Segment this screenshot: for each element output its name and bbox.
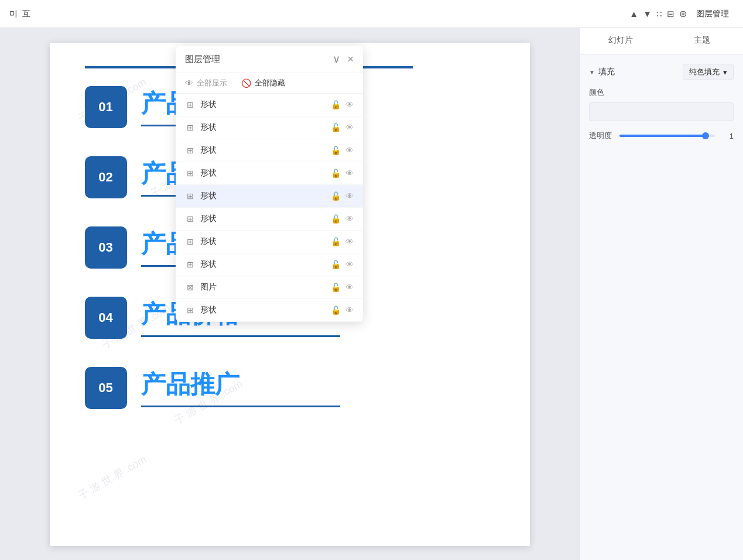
layer-panel-title: 图层管理 — [185, 54, 220, 65]
right-panel-tabs: 幻灯片 主题 — [580, 28, 743, 54]
tab-slide[interactable]: 幻灯片 — [580, 28, 662, 54]
layer-item-8[interactable]: ⊞ 形状 🔓 👁 — [176, 253, 363, 276]
visibility-icon-10[interactable]: 👁 — [345, 305, 354, 315]
visibility-icon-1[interactable]: 👁 — [345, 100, 354, 109]
layer-item-10[interactable]: ⊞ 形状 🔓 👁 — [176, 299, 363, 322]
layer-item-icon-5: ⊞ — [185, 191, 196, 201]
layer-panel: 图层管理 ∨ × 👁 全部显示 🚫 全部隐藏 ⊞ 形状 — [176, 46, 363, 322]
layer-panel-toolbar: 👁 全部显示 🚫 全部隐藏 — [176, 73, 363, 94]
layer-panel-close-icon[interactable]: × — [347, 53, 354, 66]
lock-icon-8[interactable]: 🔓 — [331, 260, 341, 269]
layer-list: ⊞ 形状 🔓 👁 ⊞ 形状 🔓 👁 ⊞ 形状 🔓 👁 ⊞ 形状 — [176, 94, 363, 322]
visibility-icon-6[interactable]: 👁 — [345, 214, 354, 224]
color-swatch[interactable] — [589, 102, 734, 121]
lock-icon-7[interactable]: 🔓 — [331, 237, 341, 246]
layer-item-icon-9: ⊠ — [185, 283, 196, 292]
visibility-icon-4[interactable]: 👁 — [345, 169, 354, 178]
menu-num-box-4: 04 — [85, 297, 127, 339]
layer-item-actions-8: 🔓 👁 — [331, 260, 354, 269]
fill-type-select[interactable]: 纯色填充 ▾ — [683, 64, 734, 80]
fill-section-title: ▼ 填充 纯色填充 ▾ — [589, 64, 734, 80]
menu-text-block-5: 产品推广 — [141, 368, 340, 407]
toolbar-icon-minus[interactable]: ⊟ — [667, 9, 674, 19]
visibility-icon-8[interactable]: 👁 — [345, 260, 354, 269]
layer-panel-collapse-icon[interactable]: ∨ — [333, 53, 340, 66]
lock-icon-3[interactable]: 🔓 — [331, 146, 341, 155]
layer-item-7[interactable]: ⊞ 形状 🔓 👁 — [176, 231, 363, 253]
lock-icon-9[interactable]: 🔓 — [331, 283, 341, 292]
layer-item-3[interactable]: ⊞ 形状 🔓 👁 — [176, 139, 363, 162]
toolbar: 미 互 ▲ ▼ ∷ ⊟ ⊛ 图层管理 — [0, 0, 743, 28]
layer-item-icon-7: ⊞ — [185, 237, 196, 246]
show-all-button[interactable]: 👁 全部显示 — [185, 78, 227, 88]
layer-item-icon-6: ⊞ — [185, 214, 196, 224]
toolbar-icon-grid[interactable]: ∷ — [656, 9, 662, 19]
toolbar-icon-down[interactable]: ▼ — [643, 9, 652, 19]
layer-item-icon-2: ⊞ — [185, 123, 196, 132]
layer-item-icon-3: ⊞ — [185, 146, 196, 155]
visibility-icon-3[interactable]: 👁 — [345, 146, 354, 155]
layer-item-label-10: 形状 — [200, 305, 326, 315]
opacity-row: 透明度 1 — [589, 130, 734, 141]
hide-all-button[interactable]: 🚫 全部隐藏 — [241, 78, 285, 88]
lock-icon-2[interactable]: 🔓 — [331, 123, 341, 132]
layer-manager-button[interactable]: 图层管理 — [691, 6, 734, 22]
layer-panel-header: 图层管理 ∨ × — [176, 46, 363, 73]
layer-item-actions-2: 🔓 👁 — [331, 123, 354, 132]
layer-item-2[interactable]: ⊞ 形状 🔓 👁 — [176, 116, 363, 139]
opacity-label: 透明度 — [589, 130, 612, 141]
toolbar-label-hu: 互 — [22, 9, 30, 19]
layer-panel-header-icons: ∨ × — [333, 53, 354, 66]
fill-arrow-icon: ▼ — [589, 69, 595, 75]
hide-eye-icon: 🚫 — [241, 78, 251, 88]
lock-icon-1[interactable]: 🔓 — [331, 100, 341, 109]
lock-icon-4[interactable]: 🔓 — [331, 169, 341, 178]
layer-item-5[interactable]: ⊞ 形状 🔓 👁 — [176, 185, 363, 208]
lock-icon-10[interactable]: 🔓 — [331, 305, 341, 315]
layer-item-actions-7: 🔓 👁 — [331, 237, 354, 246]
toolbar-icons: ▲ ▼ ∷ ⊟ ⊛ 图层管理 — [629, 6, 734, 22]
opacity-value: 1 — [722, 132, 734, 140]
layer-item-label-1: 形状 — [200, 99, 326, 110]
layer-item-actions-4: 🔓 👁 — [331, 169, 354, 178]
lock-icon-6[interactable]: 🔓 — [331, 214, 341, 224]
layer-item-label-2: 形状 — [200, 122, 326, 133]
main-area: 子 游 世 界 .com 子 游 世 界 .com 子 游 世 界 .com 子… — [0, 28, 743, 560]
layer-item-actions-3: 🔓 👁 — [331, 146, 354, 155]
visibility-icon-9[interactable]: 👁 — [345, 283, 354, 292]
visibility-icon-2[interactable]: 👁 — [345, 123, 354, 132]
tab-theme[interactable]: 主题 — [662, 28, 744, 54]
menu-underline-4 — [141, 335, 340, 337]
visibility-icon-5[interactable]: 👁 — [345, 191, 354, 201]
layer-item-label-6: 形状 — [200, 214, 326, 224]
layer-item-icon-8: ⊞ — [185, 260, 196, 269]
layer-item-9[interactable]: ⊠ 图片 🔓 👁 — [176, 276, 363, 299]
layer-item-label-5: 形状 — [200, 191, 326, 201]
layer-item-4[interactable]: ⊞ 形状 🔓 👁 — [176, 162, 363, 185]
toolbar-icon-up[interactable]: ▲ — [629, 9, 638, 19]
layer-item-label-4: 形状 — [200, 168, 326, 178]
layer-item-actions-9: 🔓 👁 — [331, 283, 354, 292]
menu-item-5: 05 产品推广 — [85, 367, 495, 409]
toolbar-layer-icon: ⊛ — [679, 8, 687, 19]
layer-item-1[interactable]: ⊞ 形状 🔓 👁 — [176, 94, 363, 116]
layer-item-label-3: 形状 — [200, 145, 326, 156]
opacity-slider-thumb — [702, 132, 709, 139]
menu-title-5: 产品推广 — [141, 368, 340, 401]
layer-item-actions-6: 🔓 👁 — [331, 214, 354, 224]
opacity-slider[interactable] — [619, 135, 715, 137]
canvas-area: 子 游 世 界 .com 子 游 世 界 .com 子 游 世 界 .com 子… — [0, 28, 579, 560]
right-panel-body: ▼ 填充 纯色填充 ▾ 颜色 透明度 1 — [580, 54, 743, 560]
layer-item-icon-4: ⊞ — [185, 169, 196, 178]
layer-item-actions-10: 🔓 👁 — [331, 305, 354, 315]
eye-icon: 👁 — [185, 78, 193, 88]
layer-item-label-8: 形状 — [200, 259, 326, 270]
layer-item-6[interactable]: ⊞ 形状 🔓 👁 — [176, 208, 363, 231]
visibility-icon-7[interactable]: 👁 — [345, 237, 354, 246]
layer-item-label-7: 形状 — [200, 236, 326, 247]
toolbar-label-mi: 미 — [9, 9, 18, 19]
lock-icon-5[interactable]: 🔓 — [331, 191, 341, 201]
color-label: 颜色 — [589, 87, 734, 98]
menu-num-box-5: 05 — [85, 367, 127, 409]
menu-num-box-2: 02 — [85, 156, 127, 198]
